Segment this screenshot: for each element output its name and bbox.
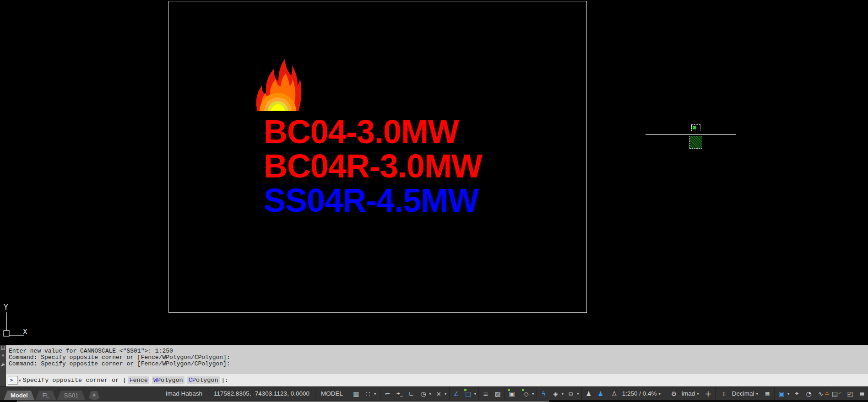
command-history-line: Command: Specify opposite corner or [Fen…	[6, 354, 868, 361]
units-value: Decimal	[730, 390, 756, 397]
option-chip-wpolygon[interactable]: WPolygon	[152, 376, 184, 384]
quick-properties-icon[interactable]: ▦	[761, 387, 773, 400]
divider	[715, 387, 716, 400]
units-selector[interactable]: ▯ Decimal ▾	[716, 387, 761, 400]
isolate-objects-icon[interactable]: ⌖	[791, 387, 803, 400]
command-window-titlebar[interactable]: ×	[0, 345, 6, 386]
option-hotkey: WP	[153, 377, 161, 384]
ucs-y-label: Y	[4, 303, 8, 311]
divider	[774, 387, 775, 400]
graphics-performance-icon[interactable]: ∿	[815, 387, 827, 400]
display-lock-caret-icon[interactable]: ▾	[787, 387, 791, 400]
logged-in-user[interactable]: Imad Habash	[160, 387, 208, 400]
divider	[665, 387, 665, 400]
osnap-caret-icon[interactable]: ▾	[474, 387, 478, 400]
grid-snap-group: ▦ ∷ ▾	[348, 387, 380, 400]
coordinates-display[interactable]: 117582.8305, -74303.1123, 0.0000	[208, 387, 315, 400]
ucs-caret-icon[interactable]: ▾	[562, 387, 565, 400]
snap-caret-icon[interactable]: ▾	[374, 391, 378, 396]
option-chip-cpolygon[interactable]: CPolygon	[187, 376, 220, 384]
annotation-monitor-caret-icon[interactable]: ▾	[577, 387, 580, 400]
annotation-scale-value: 1:250 / 0.4%	[620, 390, 659, 397]
annotation-visibility-icon[interactable]: ♟	[583, 387, 595, 400]
annotation-scale-person-icon: ♙	[608, 390, 620, 397]
drawing-text-bc04[interactable]: BC04-3.0MW	[264, 115, 459, 148]
workspace-caret-icon: ▾	[697, 391, 700, 396]
taskbar-edge-line	[17, 401, 549, 402]
lineweight-icon[interactable]: ≡	[480, 387, 492, 400]
grid-display-icon[interactable]: ▦	[350, 390, 362, 397]
clean-screen-icon[interactable]: ◰	[844, 387, 856, 400]
autoscale-icon[interactable]: ♟	[595, 387, 607, 400]
transparency-icon[interactable]: ▨	[492, 387, 504, 400]
option-rest: olygon	[161, 377, 183, 384]
command-history[interactable]: Enter new value for CANNOSCALE <"SS01">:…	[6, 345, 868, 374]
divider	[478, 387, 479, 400]
status-bar: Model FL SS01 + Imad Habash 117582.8305,…	[0, 386, 868, 400]
object-snap-icon[interactable]: □	[462, 387, 474, 400]
flame-logo[interactable]	[253, 58, 303, 112]
tab-ss01[interactable]: SS01	[57, 391, 86, 400]
snap-mode-icon[interactable]: ∷	[362, 390, 374, 397]
tab-fl[interactable]: FL	[36, 391, 56, 400]
3d-object-snap-icon[interactable]: ◇	[520, 387, 532, 400]
divider	[519, 387, 519, 400]
layout-tabs: Model FL SS01 +	[0, 387, 100, 400]
selected-line-entity[interactable]	[646, 134, 736, 135]
hardware-acceleration-icon[interactable]: ▤	[829, 387, 841, 400]
command-prompt-icon[interactable]: >_	[8, 376, 18, 385]
annotation-scale-button[interactable]: ♙ 1:250 / 0.4% ▾	[607, 387, 664, 400]
ucs-icon: Y X	[0, 300, 41, 338]
tab-model[interactable]: Model	[4, 391, 35, 400]
new-layout-button[interactable]: +	[88, 391, 100, 400]
units-caret-icon: ▾	[756, 391, 760, 396]
divider	[581, 387, 582, 400]
divider	[537, 387, 537, 400]
polar-caret-icon[interactable]: ▾	[429, 387, 433, 400]
ucs-x-label: X	[23, 327, 27, 336]
close-icon[interactable]: ×	[1, 353, 4, 358]
autocad-window: BC04-3.0MW BC04R-3.0MW SS04R-4.5MW Y X ×…	[0, 0, 868, 402]
ortho-mode-icon[interactable]: ∟	[405, 387, 417, 400]
annotation-monitor-icon[interactable]: ⊙	[565, 387, 577, 400]
dynamic-ucs-icon[interactable]: ϟ	[538, 387, 550, 400]
customization-menu-icon[interactable]: ≣	[856, 387, 868, 400]
option-hotkey: CP	[189, 377, 196, 384]
command-window-grip[interactable]	[1, 346, 5, 350]
ruler-icon: ▯	[718, 391, 730, 397]
graphics-clock-icon[interactable]: ◔	[803, 387, 815, 400]
command-prompt-text: Specify opposite corner or [	[23, 377, 127, 384]
grip-point[interactable]	[693, 126, 696, 129]
command-history-line: Command: Specify opposite corner or [Fen…	[6, 361, 868, 367]
3d-osnap-caret-icon[interactable]: ▾	[532, 387, 536, 400]
option-chip-fence[interactable]: Fence	[128, 376, 149, 384]
drawing-canvas[interactable]: BC04-3.0MW BC04R-3.0MW SS04R-4.5MW Y X	[0, 0, 868, 345]
osnap-tracking-icon[interactable]: ∠	[450, 387, 462, 400]
isodraft-icon[interactable]: ×	[433, 387, 445, 400]
ucs-cube-icon[interactable]: ◈	[550, 387, 562, 400]
divider	[449, 387, 450, 400]
infer-constraints-icon[interactable]: ⌐	[381, 387, 393, 400]
divider	[505, 387, 505, 400]
divider	[380, 387, 380, 400]
command-prompt-suffix: ]:	[221, 377, 228, 384]
polar-tracking-icon[interactable]: ◷	[417, 387, 429, 400]
drawing-text-bc04r[interactable]: BC04R-3.0MW	[264, 150, 482, 182]
recent-commands-caret-icon[interactable]: ▾	[19, 378, 21, 383]
selection-cycling-icon[interactable]: ▣	[506, 387, 518, 400]
isodraft-caret-icon[interactable]: ▾	[445, 387, 448, 400]
annotation-plus-icon[interactable]: +	[702, 387, 714, 400]
ucs-origin-box	[4, 331, 9, 336]
command-input-line[interactable]: >_ ▾ Specify opposite corner or [ Fence …	[6, 374, 868, 386]
dynamic-input-icon[interactable]: +_	[393, 387, 405, 400]
bottom-edge	[0, 400, 868, 402]
wrench-icon[interactable]	[0, 362, 5, 367]
display-lock-icon[interactable]: ▣	[776, 387, 787, 400]
command-history-line: Enter new value for CANNOSCALE <"SS01">:…	[6, 348, 868, 354]
selected-hatch-entity[interactable]	[689, 136, 702, 149]
model-space-toggle[interactable]: MODEL	[315, 387, 348, 400]
workspace-switcher[interactable]: ⚙ imad ▾	[666, 387, 702, 400]
drawing-text-ss04r[interactable]: SS04R-4.5MW	[264, 184, 478, 217]
gear-icon: ⚙	[668, 390, 680, 397]
workspace-name: imad	[680, 390, 697, 397]
